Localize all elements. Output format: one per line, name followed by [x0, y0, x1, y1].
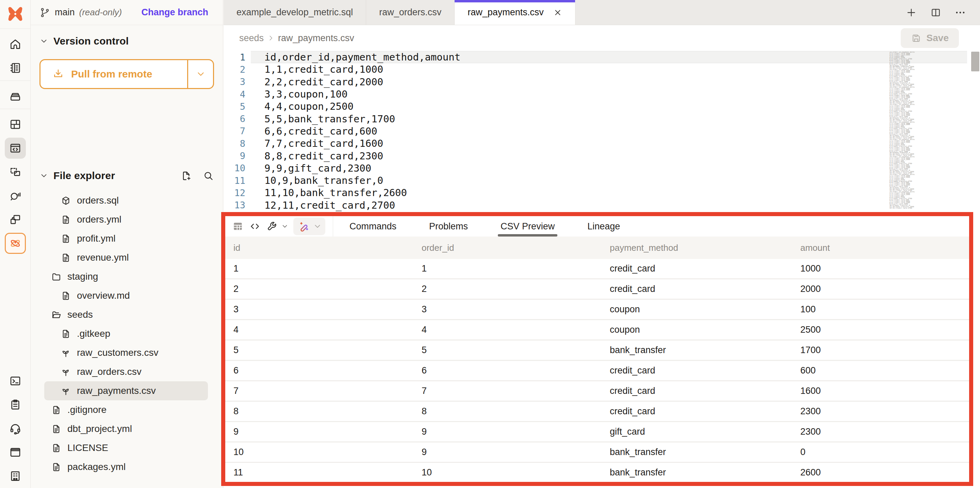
rail-item-clipboard[interactable]: [5, 394, 26, 415]
file-item-label: raw_payments.csv: [77, 385, 156, 396]
file-item-raw_payments.csv[interactable]: raw_payments.csv: [44, 381, 208, 400]
code-line-6[interactable]: 65,5,bank_transfer,1700: [224, 112, 980, 125]
code-line-1[interactable]: 1id,order_id,payment_method,amount: [224, 51, 980, 63]
wrench-button[interactable]: [263, 218, 280, 235]
code-view-button[interactable]: [247, 218, 263, 235]
line-text: 11,10,bank_transfer,2600: [251, 187, 967, 199]
file-item-profit.yml[interactable]: profit.yml: [44, 229, 208, 248]
panel-tab-Problems[interactable]: Problems: [429, 216, 468, 236]
file-item-.gitignore[interactable]: .gitignore: [44, 400, 208, 419]
code-line-13[interactable]: 1312,11,credit_card,2700: [224, 199, 980, 211]
file-item-revenue.yml[interactable]: revenue.yml: [44, 248, 208, 267]
code-line-7[interactable]: 76,6,credit_card,600: [224, 125, 980, 137]
change-branch-link[interactable]: Change branch: [141, 7, 208, 17]
tab-label: raw_payments.csv: [468, 7, 544, 17]
rail-item-home[interactable]: [5, 34, 26, 55]
breadcrumb-item[interactable]: seeds: [239, 33, 264, 43]
rail-item-browser-window[interactable]: [5, 442, 26, 463]
editor-minimap[interactable]: id,order_id,payment_method,amount 1,1,cr…: [889, 52, 915, 209]
rail-item-frame-select[interactable]: [5, 162, 26, 182]
table-cell: 1000: [800, 263, 969, 274]
file-item-LICENSE[interactable]: LICENSE: [44, 438, 208, 458]
file-item-orders.yml[interactable]: orders.yml: [44, 210, 208, 229]
line-number: 12: [224, 187, 251, 199]
close-tab-icon[interactable]: [553, 8, 562, 17]
file-item-staging[interactable]: staging: [44, 267, 208, 286]
rail-item-query-search[interactable]: [5, 185, 26, 206]
editor-tab-example_develop_metric.sql[interactable]: example_develop_metric.sql: [224, 0, 366, 25]
line-text: 7,7,credit_card,1600: [251, 137, 967, 149]
code-line-12[interactable]: 1211,10,bank_transfer,2600: [224, 187, 980, 199]
file-item-label: seeds: [67, 309, 93, 320]
code-line-8[interactable]: 87,7,credit_card,1600: [224, 137, 980, 149]
rail-item-terminal[interactable]: [5, 371, 26, 391]
dbt-assist-icon: [9, 237, 22, 250]
tab-label: example_develop_metric.sql: [237, 7, 353, 17]
rail-item-windows[interactable]: [5, 209, 26, 230]
csv-table-body: 11credit_card100022credit_card200033coup…: [225, 259, 969, 482]
dbt-logo: [0, 0, 30, 28]
seed-icon: [60, 386, 71, 396]
column-header-amount: amount: [800, 242, 969, 253]
file-item-overview.md[interactable]: overview.md: [44, 286, 208, 305]
code-line-11[interactable]: 1110,9,bank_transfer,0: [224, 174, 980, 187]
chevron-down-icon[interactable]: [313, 222, 322, 231]
panel-tab-Commands[interactable]: Commands: [350, 216, 396, 236]
code-line-2[interactable]: 21,1,credit_card,1000: [224, 63, 980, 76]
chevron-down-icon[interactable]: [281, 223, 288, 230]
editor-tab-raw_payments.csv[interactable]: raw_payments.csv: [455, 0, 576, 25]
branch-bar: main (read-only) Change branch: [30, 0, 223, 25]
code-line-10[interactable]: 109,9,gift_card,2300: [224, 162, 980, 174]
code-line-5[interactable]: 54,4,coupon,2500: [224, 100, 980, 112]
pull-from-remote-button[interactable]: Pull from remote: [40, 59, 214, 89]
table-cell: 9: [422, 447, 610, 458]
file-item-orders.sql[interactable]: orders.sql: [44, 191, 208, 210]
code-editor[interactable]: 1id,order_id,payment_method,amount21,1,c…: [224, 51, 980, 211]
table-cell: 2: [422, 284, 610, 294]
panel-tab-Lineage[interactable]: Lineage: [587, 216, 620, 236]
file-item-packages.yml[interactable]: packages.yml: [44, 458, 208, 477]
pull-options-dropdown[interactable]: [187, 60, 213, 88]
ellipsis-icon[interactable]: [955, 7, 966, 18]
chevron-down-icon[interactable]: [40, 37, 48, 46]
plus-icon[interactable]: [906, 7, 917, 18]
column-header-payment_method: payment_method: [610, 242, 800, 253]
new-file-icon[interactable]: [181, 170, 192, 181]
file-item-.gitkeep[interactable]: .gitkeep: [44, 324, 208, 343]
rail-item-building[interactable]: [5, 466, 26, 486]
file-item-label: orders.sql: [77, 195, 119, 206]
magic-wand-menu[interactable]: [293, 217, 325, 235]
editor-tab-raw_orders.csv[interactable]: raw_orders.csv: [366, 0, 455, 25]
magic-wand-icon: [298, 220, 310, 232]
table-cell: 7: [422, 386, 610, 396]
file-item-seeds[interactable]: seeds: [44, 305, 208, 324]
file-item-raw_orders.csv[interactable]: raw_orders.csv: [44, 362, 208, 381]
rail-item-dbt-assist[interactable]: [5, 233, 26, 254]
chevron-down-icon[interactable]: [40, 171, 48, 180]
rail-item-archive[interactable]: [5, 86, 26, 107]
editor-scrollbar-thumb[interactable]: [971, 52, 979, 71]
wrench-icon: [266, 220, 278, 232]
document-icon: [60, 233, 71, 244]
rail-item-notebook[interactable]: [5, 57, 26, 79]
table-cell: 2500: [800, 325, 969, 335]
search-icon[interactable]: [203, 170, 214, 181]
file-item-raw_customers.csv[interactable]: raw_customers.csv: [44, 343, 208, 362]
line-text: 3,3,coupon,100: [251, 88, 967, 100]
magic-wand-button[interactable]: [295, 218, 312, 235]
rail-item-headset[interactable]: [5, 418, 26, 439]
code-line-9[interactable]: 98,8,credit_card,2300: [224, 149, 980, 162]
file-item-dbt_project.yml[interactable]: dbt_project.yml: [44, 419, 208, 438]
file-item-label: .gitignore: [67, 404, 107, 415]
panel-tab-CSV Preview[interactable]: CSV Preview: [501, 216, 555, 236]
bottom-panel-tabs: CommandsProblemsCSV PreviewLineage: [350, 216, 620, 236]
table-view-button[interactable]: [229, 218, 247, 235]
breadcrumb-item[interactable]: raw_payments.csv: [278, 33, 354, 43]
frame-select-icon: [9, 165, 22, 178]
split-view-icon[interactable]: [930, 7, 941, 18]
rail-item-dashboard[interactable]: [5, 114, 26, 135]
code-line-3[interactable]: 32,2,credit_card,2000: [224, 76, 980, 88]
save-button[interactable]: Save: [901, 28, 959, 48]
rail-item-code-editor[interactable]: [5, 138, 26, 159]
code-line-4[interactable]: 43,3,coupon,100: [224, 88, 980, 100]
